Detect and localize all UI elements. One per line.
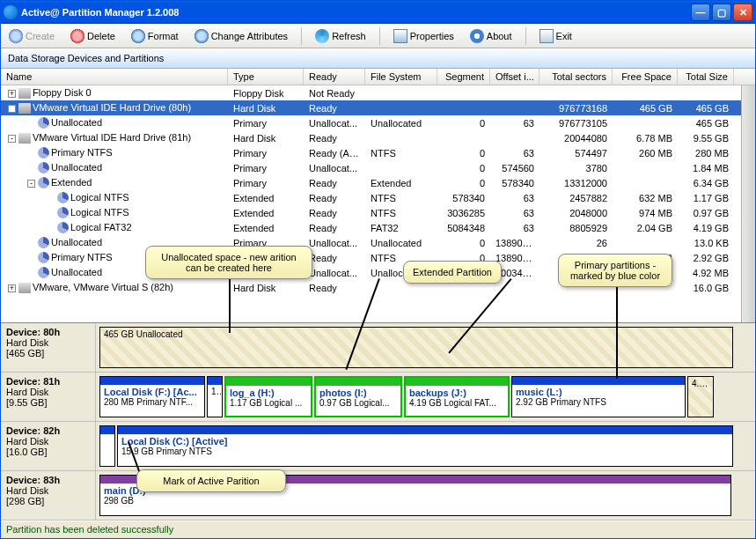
device-row: Device: 82hHard Disk[16.0 GB]Local Disk …: [1, 422, 755, 471]
separator: [301, 27, 302, 45]
attributes-icon: [195, 29, 209, 43]
delete-icon: [70, 29, 84, 43]
partition-box[interactable]: [99, 425, 115, 467]
device-label: Device: 81hHard Disk[9.55 GB]: [1, 373, 96, 421]
partition-bar: Local Disk (F:) [Ac...280 MB Primary NTF…: [96, 373, 755, 421]
partition-box[interactable]: 4.9...: [687, 376, 714, 417]
partition-info: Local Disk (C:) [Active]15.9 GB Primary …: [118, 434, 732, 466]
col-free-space[interactable]: Free Space: [613, 69, 678, 85]
table-row[interactable]: UnallocatedPrimaryUnallocat...Unallocate…: [1, 115, 755, 130]
col-ready[interactable]: Ready: [304, 69, 365, 85]
partition-icon: [38, 267, 49, 278]
format-icon: [131, 29, 145, 43]
partition-info: music (L:)2.92 GB Primary NTFS: [512, 385, 685, 417]
table-row[interactable]: UnallocatedPrimaryUnallocat...Unallocate…: [1, 235, 755, 250]
scrollbar-vertical[interactable]: [741, 85, 755, 322]
col-offset[interactable]: Offset i...: [490, 69, 539, 85]
device-row: Device: 83hHard Disk[298 GB]main (D:)298…: [1, 471, 755, 521]
table-row[interactable]: Primary NTFSPrimaryReady (Ac...NTFS06357…: [1, 145, 755, 160]
maximize-button[interactable]: ▢: [712, 4, 731, 21]
callout-extended: Extended Partition: [403, 261, 502, 284]
disk-icon: [18, 88, 31, 99]
properties-icon: [393, 29, 407, 43]
disk-icon: [18, 133, 31, 144]
partition-box[interactable]: Local Disk (F:) [Ac...280 MB Primary NTF…: [99, 376, 205, 417]
col-total-sectors[interactable]: Total sectors: [539, 69, 613, 85]
tree-expander[interactable]: -: [27, 180, 35, 188]
table-row[interactable]: Logical FAT32ExtendedReadyFAT32508434863…: [1, 220, 755, 235]
titlebar: Active@ Partition Manager 1.2.008 — ▢ ✕: [1, 1, 755, 24]
col-type[interactable]: Type: [228, 69, 304, 85]
table-row[interactable]: -VMware Virtual IDE Hard Drive (80h)Hard…: [1, 100, 755, 115]
table-row[interactable]: -VMware Virtual IDE Hard Drive (81h)Hard…: [1, 130, 755, 145]
device-row: Device: 81hHard Disk[9.55 GB]Local Disk …: [1, 373, 755, 422]
partition-box[interactable]: backups (J:)4.19 GB Logical FAT...: [404, 376, 510, 417]
table-row[interactable]: -ExtendedPrimaryReadyExtended05783401331…: [1, 175, 755, 190]
device-label: Device: 80hHard Disk[465 GB]: [1, 323, 96, 372]
partition-header: [226, 378, 311, 386]
col-name[interactable]: Name: [1, 69, 228, 85]
device-label: Device: 83hHard Disk[298 GB]: [1, 471, 96, 520]
partition-bar: 465 GB Unallocated: [96, 323, 755, 372]
create-button[interactable]: Create: [6, 27, 57, 45]
partition-icon: [38, 117, 49, 129]
about-button[interactable]: About: [467, 27, 515, 45]
partition-info: [100, 434, 114, 466]
create-icon: [9, 29, 23, 43]
partition-header: [100, 377, 204, 385]
partition-icon: [57, 192, 69, 203]
device-row: Device: 80hHard Disk[465 GB]465 GB Unall…: [1, 323, 755, 373]
partition-box[interactable]: log_a (H:)1.17 GB Logical ...: [224, 376, 312, 417]
partition-icon: [57, 222, 69, 233]
partition-box[interactable]: 465 GB Unallocated: [99, 327, 733, 368]
exit-icon: [539, 29, 554, 43]
delete-button[interactable]: Delete: [68, 27, 118, 45]
change-attributes-button[interactable]: Change Attributes: [192, 27, 290, 45]
table-row[interactable]: Logical NTFSExtendedReadyNTFS57834063245…: [1, 190, 755, 205]
about-icon: [470, 29, 484, 43]
partition-icon: [38, 147, 49, 159]
tree-expander[interactable]: -: [8, 135, 16, 143]
app-icon: [4, 5, 18, 19]
partition-box[interactable]: Local Disk (C:) [Active]15.9 GB Primary …: [117, 425, 733, 467]
refresh-button[interactable]: Refresh: [312, 27, 369, 45]
separator: [379, 27, 380, 45]
section-header: Data Storage Devices and Partitions: [1, 48, 755, 69]
partition-info: photos (I:)0.97 GB Logical...: [316, 386, 400, 416]
properties-button[interactable]: Properties: [391, 27, 457, 45]
table-row[interactable]: +Floppy Disk 0Floppy DiskNot Ready: [1, 85, 755, 100]
exit-button[interactable]: Exit: [537, 27, 575, 45]
partition-header: [118, 426, 732, 434]
format-button[interactable]: Format: [128, 27, 181, 45]
partition-header: [406, 378, 508, 386]
partition-header: [512, 377, 685, 385]
partition-info: backups (J:)4.19 GB Logical FAT...: [406, 386, 508, 416]
partition-bar: Local Disk (C:) [Active]15.9 GB Primary …: [96, 422, 755, 470]
tree-expander[interactable]: +: [8, 284, 16, 292]
partition-box[interactable]: 1...: [207, 376, 223, 417]
partition-header: [208, 377, 222, 385]
tree-expander[interactable]: +: [8, 90, 16, 98]
partition-header: [316, 378, 400, 386]
partition-icon: [57, 207, 69, 218]
partition-info: 4.9...: [688, 377, 713, 417]
partition-box[interactable]: music (L:)2.92 GB Primary NTFS: [511, 376, 686, 417]
callout-primary: Primary partitions - marked by blue colo…: [558, 254, 672, 287]
partition-icon: [38, 162, 49, 174]
tree-expander[interactable]: -: [8, 105, 16, 113]
partition-info: 465 GB Unallocated: [100, 328, 732, 367]
table-row[interactable]: UnallocatedPrimaryUnallocat...0574560378…: [1, 160, 755, 175]
partition-icon: [38, 177, 49, 188]
col-segment[interactable]: Segment: [437, 69, 490, 85]
app-title: Active@ Partition Manager 1.2.008: [21, 7, 179, 18]
disk-icon: [18, 283, 31, 293]
minimize-button[interactable]: —: [691, 4, 710, 21]
partition-info: Local Disk (F:) [Ac...280 MB Primary NTF…: [100, 385, 204, 417]
device-map: Device: 80hHard Disk[465 GB]465 GB Unall…: [1, 322, 755, 521]
partition-box[interactable]: photos (I:)0.97 GB Logical...: [314, 376, 402, 417]
col-total-size[interactable]: Total Size: [678, 69, 734, 85]
col-fs[interactable]: File System: [365, 69, 437, 85]
close-button[interactable]: ✕: [733, 4, 752, 21]
table-row[interactable]: Logical NTFSExtendedReadyNTFS30362856320…: [1, 205, 755, 220]
partition-icon: [38, 252, 49, 263]
